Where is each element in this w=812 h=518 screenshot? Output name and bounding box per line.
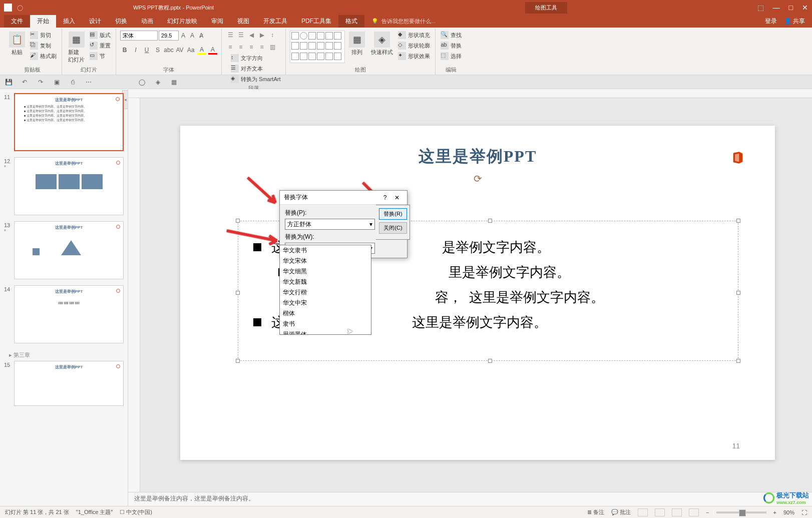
font-option[interactable]: 华文行楷 [280,287,371,298]
maximize-button[interactable]: □ [789,4,793,12]
bold-button[interactable]: B [120,46,129,55]
align-center-icon[interactable]: ≡ [236,43,245,52]
replace-button[interactable]: ab替换 [440,41,463,50]
font-dropdown-list[interactable]: 华文隶书 华文宋体 华文细黑 华文新魏 华文行楷 华文中宋 楷体 隶书 思源黑体… [279,245,371,335]
line-spacing-icon[interactable]: ↕ [268,31,277,40]
tab-view[interactable]: 视图 [230,15,256,28]
thumbnail-slide-13[interactable]: 这里是举例PPT [14,221,124,279]
spacing-button[interactable]: AV [175,46,184,55]
shape-effects-button[interactable]: ✦形状效果 [397,52,431,61]
justify-icon[interactable]: ≡ [257,43,266,52]
tab-insert[interactable]: 插入 [56,15,82,28]
font-color-button[interactable]: A [208,46,217,55]
increase-font-icon[interactable]: A [179,31,188,40]
fit-to-window-icon[interactable]: ⛶ [801,509,807,515]
ribbon-options-icon[interactable]: ⬚ [757,4,764,12]
zoom-out-icon[interactable]: − [706,509,709,515]
login-button[interactable]: 登录 [765,17,777,26]
notes-pane[interactable]: 这里是举例备注内容，这里是举例备注内容。 [128,492,812,506]
align-text-button[interactable]: ☰对齐文本 [230,64,281,73]
undo-icon[interactable]: ↶ [20,78,29,87]
font-option[interactable]: 华文新魏 [280,277,371,287]
dialog-close-icon[interactable]: ✕ [391,194,403,201]
font-option[interactable]: 华文宋体 [280,256,371,266]
font-option[interactable]: 华文细黑 [280,266,371,277]
tab-home[interactable]: 开始 [30,15,56,28]
tab-file[interactable]: 文件 [4,15,30,28]
layout-button[interactable]: ▤版式 [89,31,112,40]
more-icon[interactable]: ⋯ [84,78,93,87]
thumbnail-slide-15[interactable]: 这里是举例PPT [14,361,124,406]
tab-format[interactable]: 格式 [338,15,364,28]
font-option[interactable]: 华文隶书 [280,245,371,256]
font-option[interactable]: 思源黑体 [280,329,371,335]
notes-toggle[interactable]: ≣ 备注 [587,508,604,516]
close-button[interactable]: 关闭(C) [379,222,407,234]
save-icon[interactable]: 💾 [4,78,13,87]
clear-format-icon[interactable]: A̷ [197,31,206,40]
tool-icon-3[interactable]: ▦ [169,78,178,87]
section-header[interactable]: ▸ 第三章 [4,349,124,361]
share-button[interactable]: 👤 共享 [784,17,805,26]
highlight-button[interactable]: A [197,46,206,55]
find-button[interactable]: 🔍查找 [440,31,463,40]
tab-pdf[interactable]: PDF工具集 [294,15,338,28]
smartart-button[interactable]: ◈转换为 SmartArt [230,75,281,84]
redo-icon[interactable]: ↷ [36,78,45,87]
minimize-button[interactable]: — [773,4,780,12]
thumbnail-slide-12[interactable]: 这里是举例PPT [14,157,124,215]
tool-icon-1[interactable]: ◯ [137,78,146,87]
shape-fill-button[interactable]: ◆形状填充 [397,31,431,40]
tab-developer[interactable]: 开发工具 [256,15,294,28]
text-direction-button[interactable]: ↕文字方向 [230,54,281,63]
print-icon[interactable]: ⎙ [68,78,77,87]
paste-button[interactable]: 📋 粘贴 [7,31,27,57]
replace-from-combo[interactable]: 方正舒体▾ [285,219,375,230]
canvas[interactable]: 这里是举例PPT ⟳ 这里是是举例文字内容。 这里里是举例文字内容。 这容， 这… [140,98,812,492]
shapes-gallery[interactable] [290,31,345,63]
new-slide-button[interactable]: ▦ 新建 幻灯片 [66,31,87,65]
tell-me-search[interactable]: 💡 告诉我您想要做什么... [371,18,436,25]
indent-dec-icon[interactable]: ◀ [247,31,256,40]
zoom-level[interactable]: 90% [783,509,794,515]
comments-toggle[interactable]: 💬 批注 [611,508,631,516]
underline-button[interactable]: U [142,46,151,55]
indent-inc-icon[interactable]: ▶ [257,31,266,40]
language-indicator[interactable]: ☐ 中文(中国) [120,508,152,516]
font-size-input[interactable] [159,31,179,41]
decrease-font-icon[interactable]: A [188,31,197,40]
section-button[interactable]: ▭节 [89,52,112,61]
format-painter-button[interactable]: 🖌格式刷 [29,52,58,61]
zoom-slider[interactable] [716,511,766,513]
reset-button[interactable]: ↺重置 [89,41,112,50]
strike-button[interactable]: S [153,46,162,55]
align-left-icon[interactable]: ≡ [226,43,235,52]
copy-button[interactable]: ⿻复制 [29,41,58,50]
dialog-help-icon[interactable]: ? [379,194,391,201]
numbering-icon[interactable]: ☰ [236,31,245,40]
font-option[interactable]: 楷体 [280,308,371,319]
font-option[interactable]: 隶书 [280,319,371,329]
font-option[interactable]: 华文中宋 [280,298,371,308]
replace-button[interactable]: 替换(R) [379,208,407,220]
shadow-button[interactable]: abc [164,46,173,55]
cut-button[interactable]: ✂剪切 [29,31,58,40]
thumbnail-slide-14[interactable]: 这里是举例PPT |||||| |||||| |||||| |||||| [14,285,124,343]
zoom-in-icon[interactable]: + [773,509,776,515]
quick-styles-button[interactable]: ◈快速样式 [369,31,395,57]
case-button[interactable]: Aa [186,46,195,55]
normal-view-icon[interactable] [638,508,648,516]
autosave-toggle[interactable]: ◯ [17,5,23,11]
tab-slideshow[interactable]: 幻灯片放映 [160,15,204,28]
font-name-input[interactable] [120,31,158,41]
tab-transition[interactable]: 切换 [108,15,134,28]
columns-icon[interactable]: ▥ [268,43,277,52]
thumbnail-slide-11[interactable]: 这里是举例PPT ■ 这里是举例文字内容。这里是举例文字内容。 ■ 这里是举例文… [14,93,124,151]
close-button[interactable]: ✕ [802,4,808,12]
arrange-button[interactable]: ▦排列 [347,31,367,57]
reading-view-icon[interactable] [672,508,682,516]
italic-button[interactable]: I [131,46,140,55]
select-button[interactable]: ⬚选择 [440,52,463,61]
align-right-icon[interactable]: ≡ [247,43,256,52]
shape-outline-button[interactable]: ◇形状轮廓 [397,41,431,50]
